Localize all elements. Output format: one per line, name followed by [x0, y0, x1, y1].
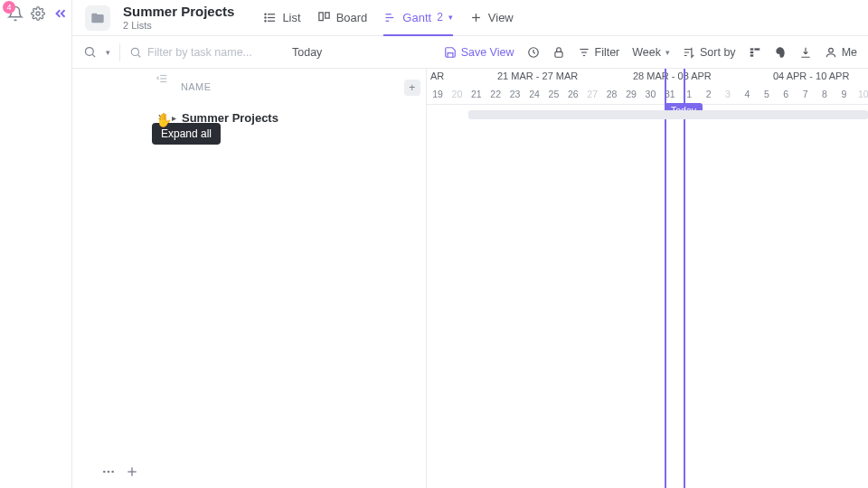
- me-label: Me: [842, 46, 857, 59]
- day-cell: 22: [490, 89, 501, 99]
- search-icon: [129, 46, 142, 59]
- tab-gantt-label: Gantt: [402, 11, 431, 24]
- history-icon[interactable]: [527, 46, 540, 59]
- day-cell: 8: [822, 89, 827, 99]
- search-icon[interactable]: [83, 45, 97, 59]
- svg-line-17: [138, 54, 141, 57]
- page-title: Summer Projects: [123, 5, 234, 20]
- more-icon[interactable]: [101, 465, 116, 483]
- task-list-pane: NAME + ▸ Summer Projects Expand all ✋: [72, 69, 427, 488]
- tab-board[interactable]: Board: [317, 0, 368, 36]
- svg-line-15: [92, 54, 95, 57]
- day-cell: 6: [783, 89, 788, 99]
- notification-badge: 4: [3, 1, 15, 14]
- group-icon[interactable]: [749, 46, 761, 59]
- week-label: 21 MAR - 27 MAR: [497, 70, 578, 81]
- day-cell: 23: [510, 89, 521, 99]
- svg-point-32: [111, 471, 114, 474]
- chevron-down-icon: ▾: [448, 13, 453, 22]
- day-cell: 7: [803, 89, 808, 99]
- week-label: 28 MAR - 03 APR: [633, 70, 712, 81]
- day-cell: 9: [841, 89, 846, 99]
- day-cell: 29: [626, 89, 637, 99]
- day-cell: 19: [432, 89, 443, 99]
- svg-point-4: [265, 14, 266, 14]
- gear-icon[interactable]: [31, 6, 45, 21]
- tab-board-label: Board: [336, 11, 368, 24]
- toolbar: ▾ Today Save View: [72, 36, 868, 69]
- header: Summer Projects 2 Lists List Board Gantt…: [72, 0, 868, 36]
- bell-icon[interactable]: 4: [7, 5, 24, 22]
- svg-point-30: [103, 471, 106, 474]
- day-cell: 30: [646, 89, 656, 99]
- range-label: Week: [632, 46, 661, 59]
- gantt-bar[interactable]: [468, 110, 868, 119]
- svg-rect-24: [750, 54, 753, 56]
- outdent-icon[interactable]: [156, 72, 168, 85]
- day-cell: 27: [587, 89, 598, 99]
- svg-point-31: [108, 471, 110, 474]
- save-view-button[interactable]: Save View: [444, 46, 514, 59]
- svg-point-5: [265, 17, 266, 18]
- collapse-sidebar-icon[interactable]: [52, 5, 69, 22]
- svg-point-16: [131, 48, 138, 55]
- chevron-down-icon[interactable]: ▾: [106, 48, 110, 57]
- gantt-pane[interactable]: AR 21 MAR - 27 MAR 28 MAR - 03 APR 04 AP…: [427, 69, 868, 488]
- tab-list-label: List: [282, 11, 300, 24]
- tab-add-view[interactable]: View: [469, 0, 514, 36]
- svg-rect-25: [754, 48, 760, 50]
- gantt-day-row: 1920212223242526272829303112345678910111…: [427, 87, 868, 105]
- tab-gantt-badge: 2: [437, 11, 443, 23]
- chevron-down-icon: ▾: [665, 48, 670, 57]
- add-task-button[interactable]: [125, 465, 139, 483]
- svg-rect-23: [750, 51, 753, 52]
- range-dropdown[interactable]: Week ▾: [632, 46, 670, 59]
- filter-button[interactable]: Filter: [578, 46, 620, 59]
- day-cell: 1: [686, 89, 692, 99]
- week-label: AR: [430, 70, 444, 81]
- folder-icon: [85, 5, 110, 31]
- svg-rect-18: [554, 52, 561, 57]
- day-cell: 26: [568, 89, 579, 99]
- filter-label: Filter: [595, 46, 620, 59]
- tab-view-label: View: [488, 11, 514, 24]
- sort-label: Sort by: [700, 46, 736, 59]
- lock-icon[interactable]: [552, 46, 565, 59]
- day-cell: 5: [764, 89, 769, 99]
- caret-right-icon[interactable]: ▸: [172, 113, 176, 123]
- week-label: 04 APR - 10 APR: [773, 70, 849, 81]
- page-subtitle: 2 Lists: [123, 20, 234, 31]
- filter-input[interactable]: [147, 46, 274, 59]
- column-name-header: NAME: [181, 81, 211, 92]
- tab-list[interactable]: List: [263, 0, 300, 36]
- svg-rect-22: [750, 48, 753, 50]
- me-button[interactable]: Me: [825, 46, 857, 59]
- day-cell: 20: [452, 89, 463, 99]
- svg-point-26: [828, 48, 833, 52]
- day-cell: 24: [529, 89, 540, 99]
- day-cell: 25: [549, 89, 560, 99]
- today-button[interactable]: Today: [292, 46, 322, 59]
- color-icon[interactable]: [774, 46, 787, 59]
- day-cell: 28: [607, 89, 618, 99]
- day-cell: 21: [471, 89, 482, 99]
- today-line: [665, 69, 666, 488]
- sidebar-rail: 4: [0, 0, 72, 488]
- sort-button[interactable]: Sort by: [683, 46, 736, 59]
- svg-rect-8: [325, 13, 328, 18]
- divider: [119, 43, 120, 61]
- tab-gantt[interactable]: Gantt 2 ▾: [383, 0, 452, 36]
- day-cell: 4: [744, 89, 750, 99]
- svg-rect-7: [319, 13, 323, 21]
- svg-point-6: [265, 21, 266, 22]
- download-icon[interactable]: [799, 46, 812, 59]
- day-cell: 2: [706, 89, 712, 99]
- today-line: [684, 69, 685, 488]
- list-row[interactable]: ▸ Summer Projects: [72, 105, 426, 130]
- svg-point-0: [36, 12, 40, 15]
- day-cell: 3: [725, 89, 731, 99]
- save-view-label: Save View: [461, 46, 514, 59]
- tooltip: Expand all: [152, 123, 221, 145]
- day-cell: 10: [858, 89, 868, 99]
- add-column-button[interactable]: +: [404, 80, 420, 96]
